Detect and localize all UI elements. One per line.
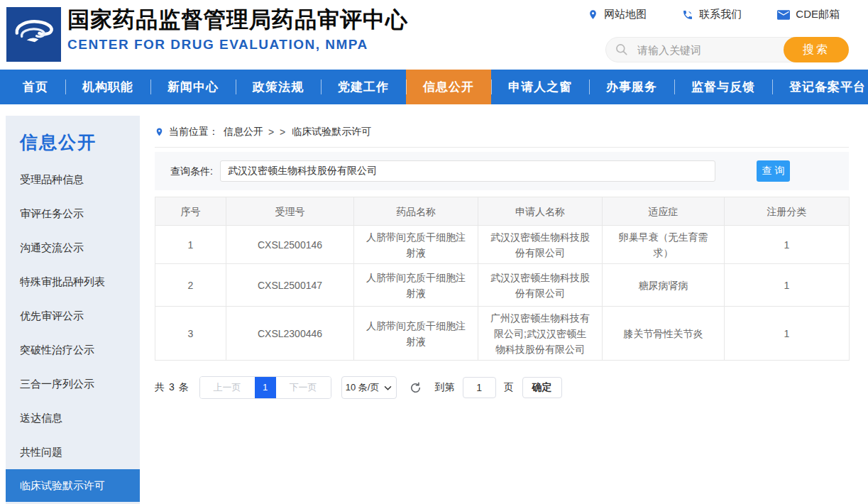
cell-drug-name: 人脐带间充质干细胞注射液 (354, 307, 478, 361)
breadcrumb-label: 当前位置： (169, 126, 219, 138)
nav-item-party[interactable]: 党建工作 (321, 70, 406, 104)
site-header: 国家药品监督管理局药品审评中心 CENTER FOR DRUG EVALUATI… (0, 0, 868, 70)
table-row: 2 CXSL2500147 人脐带间充质干细胞注射液 武汉汉密顿生物科技股份有限… (155, 264, 850, 307)
col-header-indication: 适应症 (603, 197, 725, 226)
results-table: 序号 受理号 药品名称 申请人名称 适应症 注册分类 1 CXSL2500146… (155, 197, 850, 361)
query-button[interactable]: 查 询 (757, 160, 790, 182)
cell-acceptance-no: CXSL2500146 (226, 226, 354, 264)
sidebar-item-accepted-varieties[interactable]: 受理品种信息 (6, 163, 140, 197)
phone-icon (682, 9, 693, 21)
cell-applicant: 广州汉密顿生物科技有限公司;武汉汉密顿生物科技股份有限公司 (478, 307, 603, 361)
pagination: 共 3 条 上一页 1 下一页 10 条/页 到第 页 确定 (155, 376, 849, 399)
nav-item-services[interactable]: 办事服务 (589, 70, 674, 104)
contact-link[interactable]: 联系我们 (682, 8, 742, 21)
prev-page-button[interactable]: 上一页 (200, 377, 255, 398)
goto-page-input[interactable] (463, 377, 496, 398)
brand-block: 国家药品监督管理局药品审评中心 CENTER FOR DRUG EVALUATI… (67, 6, 408, 53)
quick-links: 网站地图 联系我们 CDE邮箱 (588, 8, 840, 21)
site-search: 搜索 (605, 37, 849, 62)
nav-item-functions[interactable]: 机构职能 (65, 70, 150, 104)
cell-indication: 糖尿病肾病 (603, 264, 725, 307)
mail-icon (777, 10, 790, 20)
chevron-down-icon (384, 383, 392, 393)
cell-indication: 卵巢早衰（无生育需求） (603, 226, 725, 264)
goto-page-unit: 页 (504, 381, 514, 394)
cde-mail-link-label: CDE邮箱 (796, 8, 840, 21)
col-header-index: 序号 (155, 197, 226, 226)
cell-applicant: 武汉汉密顿生物科技股份有限公司 (478, 264, 603, 307)
main-content: 当前位置：信息公开 > > 临床试验默示许可 查询条件: 查 询 序号 受理号 … (155, 104, 849, 399)
cell-indication: 膝关节骨性关节炎 (603, 307, 725, 361)
breadcrumb: 当前位置：信息公开 > > 临床试验默示许可 (155, 116, 849, 148)
contact-link-label: 联系我们 (699, 8, 742, 21)
goto-page-label: 到第 (435, 381, 455, 394)
sidebar-item-common-issues[interactable]: 共性问题 (6, 435, 140, 469)
refresh-icon[interactable] (409, 380, 423, 395)
cell-acceptance-no: CXSL2300446 (226, 307, 354, 361)
search-button[interactable]: 搜索 (784, 37, 849, 62)
table-row: 3 CXSL2300446 人脐带间充质干细胞注射液 广州汉密顿生物科技有限公司… (155, 307, 850, 361)
sidebar-item-special-approval[interactable]: 特殊审批品种列表 (6, 265, 140, 299)
col-header-acceptance-no: 受理号 (226, 197, 354, 226)
page-size-select[interactable]: 10 条/页 (341, 376, 397, 399)
nav-item-policies[interactable]: 政策法规 (236, 70, 321, 104)
main-nav: 首页 机构职能 新闻中心 政策法规 党建工作 信息公开 申请人之窗 办事服务 监… (0, 70, 868, 104)
table-header-row: 序号 受理号 药品名称 申请人名称 适应症 注册分类 (155, 197, 850, 226)
map-pin-icon (588, 9, 598, 21)
col-header-applicant: 申请人名称 (478, 197, 603, 226)
sidebar-item-three-in-one[interactable]: 三合一序列公示 (6, 367, 140, 401)
query-condition-input[interactable] (220, 160, 715, 182)
next-page-button[interactable]: 下一页 (276, 377, 331, 398)
cell-index: 3 (155, 307, 226, 361)
sitemap-link[interactable]: 网站地图 (588, 8, 647, 21)
confirm-button[interactable]: 确定 (522, 377, 562, 398)
cde-logo-icon[interactable] (6, 7, 61, 62)
cell-index: 1 (155, 226, 226, 264)
pager-group: 上一页 1 下一页 (199, 376, 331, 399)
sidebar: 信息公开 受理品种信息 审评任务公示 沟通交流公示 特殊审批品种列表 优先审评公… (6, 116, 140, 504)
breadcrumb-separator: > > (268, 126, 287, 138)
main-nav-list: 首页 机构职能 新闻中心 政策法规 党建工作 信息公开 申请人之窗 办事服务 监… (0, 70, 868, 104)
search-icon (615, 43, 629, 60)
site-subtitle: CENTER FOR DRUG EVALUATION, NMPA (67, 37, 408, 53)
sidebar-item-breakthrough-therapy[interactable]: 突破性治疗公示 (6, 333, 140, 367)
cell-registration-class: 1 (725, 307, 850, 361)
nav-item-applicant[interactable]: 申请人之窗 (491, 70, 589, 104)
sidebar-item-review-tasks[interactable]: 审评任务公示 (6, 197, 140, 231)
nav-item-supervision[interactable]: 监督与反馈 (674, 70, 772, 104)
breadcrumb-section[interactable]: 信息公开 (224, 126, 263, 138)
current-page-button[interactable]: 1 (255, 377, 276, 398)
nav-item-registration[interactable]: 登记备案平台 (772, 70, 868, 104)
sitemap-link-label: 网站地图 (604, 8, 647, 21)
query-condition-label: 查询条件: (170, 152, 213, 190)
sidebar-item-priority-review[interactable]: 优先审评公示 (6, 299, 140, 333)
cell-applicant: 武汉汉密顿生物科技股份有限公司 (478, 226, 603, 264)
cell-index: 2 (155, 264, 226, 307)
table-row: 1 CXSL2500146 人脐带间充质干细胞注射液 武汉汉密顿生物科技股份有限… (155, 226, 850, 264)
cell-drug-name: 人脐带间充质干细胞注射液 (354, 264, 478, 307)
cell-acceptance-no: CXSL2500147 (226, 264, 354, 307)
cde-mail-link[interactable]: CDE邮箱 (777, 8, 840, 21)
location-pin-icon (155, 126, 164, 138)
nav-item-home[interactable]: 首页 (6, 70, 65, 104)
col-header-drug-name: 药品名称 (354, 197, 478, 226)
query-panel: 查询条件: 查 询 (155, 152, 849, 190)
cell-registration-class: 1 (725, 226, 850, 264)
page-size-value: 10 条/页 (346, 381, 380, 394)
sidebar-item-communication[interactable]: 沟通交流公示 (6, 231, 140, 265)
sidebar-title: 信息公开 (20, 131, 140, 154)
cell-registration-class: 1 (725, 264, 850, 307)
col-header-registration-class: 注册分类 (725, 197, 850, 226)
cell-drug-name: 人脐带间充质干细胞注射液 (354, 226, 478, 264)
nav-item-info-disclosure[interactable]: 信息公开 (406, 70, 491, 104)
site-title: 国家药品监督管理局药品审评中心 (67, 6, 408, 34)
nav-item-news[interactable]: 新闻中心 (150, 70, 236, 104)
breadcrumb-current: 临床试验默示许可 (292, 126, 371, 138)
sidebar-item-delivery-info[interactable]: 送达信息 (6, 401, 140, 435)
sidebar-item-clinical-trial-implied-license[interactable]: 临床试验默示许可 (6, 469, 140, 502)
total-count: 共 3 条 (155, 381, 189, 394)
